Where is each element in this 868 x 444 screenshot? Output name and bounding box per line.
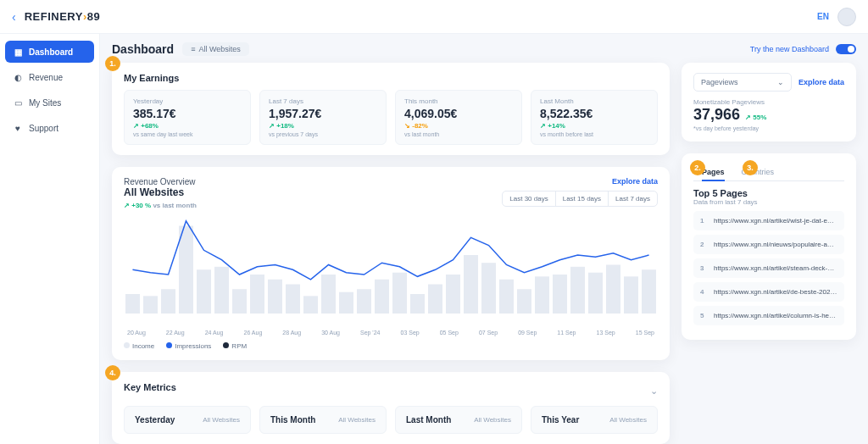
range-pill[interactable]: Last 7 days (608, 191, 657, 206)
svg-rect-0 (125, 294, 140, 314)
svg-rect-9 (286, 285, 300, 314)
metric-cell[interactable]: This MonthAll Websites (259, 406, 387, 434)
x-tick: 05 Sep (440, 330, 459, 336)
svg-rect-11 (321, 275, 336, 314)
top-pages-sub: Data from last 7 days (693, 198, 844, 206)
earning-cell: Last 7 days1,957.27€↗ +18%vs previous 7 … (259, 90, 387, 145)
range-pill[interactable]: Last 30 days (503, 191, 554, 206)
x-tick: 07 Sep (479, 330, 498, 336)
nav-revenue[interactable]: ◐ Revenue (5, 66, 94, 88)
x-tick: 15 Sep (636, 330, 654, 336)
range-pill[interactable]: Last 15 days (555, 191, 608, 206)
x-tick: Sep '24 (360, 330, 381, 336)
x-tick: 30 Aug (321, 330, 340, 336)
svg-rect-3 (179, 226, 193, 314)
svg-rect-15 (392, 273, 407, 314)
pageviews-explore-link[interactable]: Explore data (798, 78, 844, 86)
svg-rect-10 (303, 296, 318, 314)
filter-icon: ≡ (191, 45, 195, 53)
svg-rect-8 (268, 280, 282, 314)
revenue-trend-sub: vs last month (153, 202, 197, 209)
key-metrics-title: Key Metrics (124, 382, 176, 392)
svg-rect-19 (464, 255, 478, 314)
earnings-title: My Earnings (124, 73, 658, 83)
x-tick: 26 Aug (243, 330, 262, 336)
pageviews-value: 37,966 (693, 106, 740, 124)
sites-icon: ▭ (13, 97, 23, 108)
language-selector[interactable]: EN (817, 12, 829, 21)
x-tick: 20 Aug (127, 330, 146, 336)
svg-rect-12 (339, 292, 353, 314)
top-pages-card: 2. Pages 3. Countries Top 5 Pages Data f… (682, 153, 856, 340)
chevron-down-icon: ⌄ (777, 78, 784, 86)
callout-3: 3. (743, 160, 758, 175)
dashboard-icon: ▦ (13, 47, 23, 57)
svg-rect-23 (535, 276, 549, 314)
svg-rect-13 (357, 289, 371, 314)
x-tick: 11 Sep (557, 330, 576, 336)
svg-rect-27 (606, 265, 620, 314)
revenue-chart (124, 216, 658, 326)
svg-rect-7 (250, 275, 264, 314)
revenue-card: Revenue Overview All Websites ↗ +30 % vs… (112, 167, 670, 360)
earnings-card: 1. My Earnings Yesterday385.17€↗ +68%vs … (112, 63, 670, 155)
legend-rpm[interactable]: RPM (223, 342, 247, 350)
svg-rect-6 (232, 289, 247, 314)
svg-rect-16 (410, 294, 425, 314)
x-tick: 03 Sep (401, 330, 420, 336)
svg-rect-5 (214, 267, 229, 314)
page-row[interactable]: 2https://www.xgn.nl/nieuws/populaire-ani… (693, 235, 844, 254)
x-tick: 22 Aug (166, 330, 185, 336)
legend-impressions[interactable]: Impressions (166, 342, 211, 350)
nav-support[interactable]: ♥ Support (5, 117, 94, 139)
back-icon[interactable]: ‹ (12, 10, 16, 24)
svg-rect-17 (428, 285, 442, 314)
pageviews-delta: ↗ 55% (745, 114, 766, 121)
legend-income[interactable]: Income (124, 342, 154, 350)
svg-rect-18 (446, 275, 460, 314)
page-row[interactable]: 5https://www.xgn.nl/artikel/column-is-he… (693, 306, 844, 325)
pageviews-label: Monetizable Pageviews (693, 98, 844, 106)
sidebar: ▦ Dashboard ◐ Revenue ▭ My Sites ♥ Suppo… (0, 34, 100, 444)
svg-rect-24 (553, 275, 567, 314)
page-row[interactable]: 3https://www.xgn.nl/artikel/steam-deck-n… (693, 258, 844, 278)
nav-my-sites[interactable]: ▭ My Sites (5, 92, 94, 114)
revenue-subtitle: All Websites (124, 186, 197, 198)
earning-cell: Yesterday385.17€↗ +68%vs same day last w… (124, 90, 251, 145)
svg-rect-21 (499, 280, 514, 314)
nav-label: My Sites (29, 98, 61, 108)
callout-2: 2. (690, 160, 705, 175)
support-icon: ♥ (13, 123, 23, 133)
nav-dashboard[interactable]: ▦ Dashboard (5, 41, 94, 63)
page-row[interactable]: 4https://www.xgn.nl/artikel/de-beste-202… (693, 282, 844, 302)
svg-rect-14 (375, 280, 389, 314)
filter-chip[interactable]: ≡ All Websites (182, 42, 249, 56)
callout-4: 4. (105, 365, 120, 380)
x-tick: 09 Sep (518, 330, 537, 336)
x-tick: 28 Aug (282, 330, 301, 336)
nav-label: Dashboard (29, 47, 73, 57)
revenue-icon: ◐ (13, 72, 23, 82)
key-metrics-card: 4. Key Metrics ⌄ YesterdayAll WebsitesTh… (112, 372, 670, 444)
metric-cell[interactable]: Last MonthAll Websites (395, 406, 522, 434)
try-new-toggle[interactable] (836, 44, 856, 54)
earning-cell: Last Month8,522.35€↗ +14%vs month before… (531, 90, 658, 145)
revenue-trend: +30 % (131, 202, 151, 209)
svg-rect-28 (624, 276, 638, 314)
metric-cell[interactable]: YesterdayAll Websites (124, 406, 251, 434)
nav-label: Support (29, 124, 58, 133)
nav-label: Revenue (29, 73, 63, 82)
try-new-link[interactable]: Try the new Dashboard (750, 45, 829, 53)
pageviews-card: Pageviews ⌄ Explore data Monetizable Pag… (682, 63, 856, 142)
page-row[interactable]: 1https://www.xgn.nl/artikel/wist-je-dat-… (693, 211, 844, 230)
page-title: Dashboard (112, 42, 174, 56)
chevron-down-icon[interactable]: ⌄ (650, 386, 658, 397)
avatar[interactable] (837, 8, 856, 26)
svg-rect-1 (143, 296, 158, 314)
revenue-explore-link[interactable]: Explore data (502, 177, 658, 186)
metric-cell[interactable]: This YearAll Websites (531, 406, 658, 434)
svg-rect-2 (161, 289, 175, 314)
svg-rect-4 (197, 269, 211, 314)
metric-select[interactable]: Pageviews ⌄ (693, 73, 792, 92)
svg-rect-20 (481, 263, 496, 314)
